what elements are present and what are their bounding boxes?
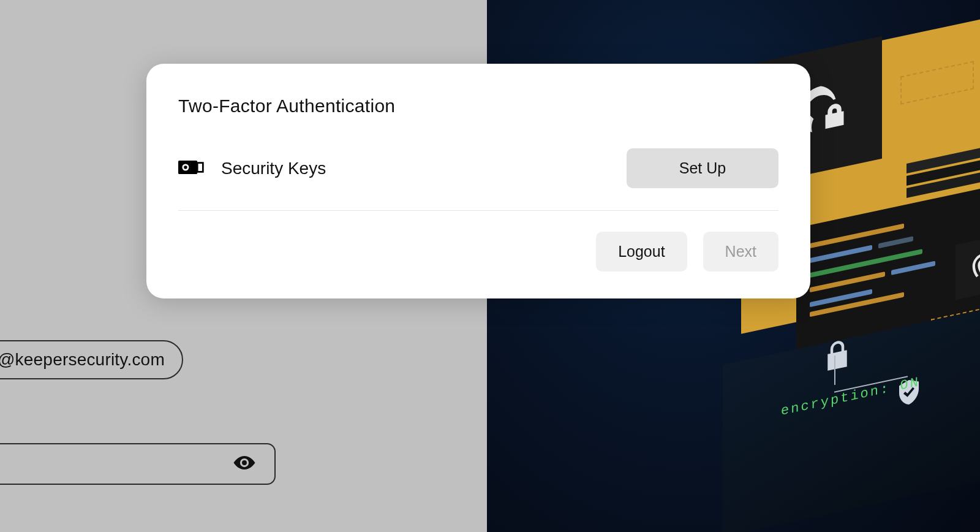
method-row-security-keys: Security Keys Set Up: [178, 148, 778, 211]
logout-button[interactable]: Logout: [596, 232, 687, 272]
next-button[interactable]: Next: [703, 232, 778, 272]
svg-point-2: [184, 165, 187, 169]
modal-footer: Logout Next: [178, 232, 778, 272]
two-factor-modal: Two-Factor Authentication Security Keys …: [146, 64, 810, 298]
method-label: Security Keys: [221, 159, 627, 178]
modal-title: Two-Factor Authentication: [178, 96, 778, 116]
svg-rect-3: [197, 162, 203, 172]
setup-button[interactable]: Set Up: [627, 148, 778, 188]
security-key-icon: [178, 159, 221, 178]
